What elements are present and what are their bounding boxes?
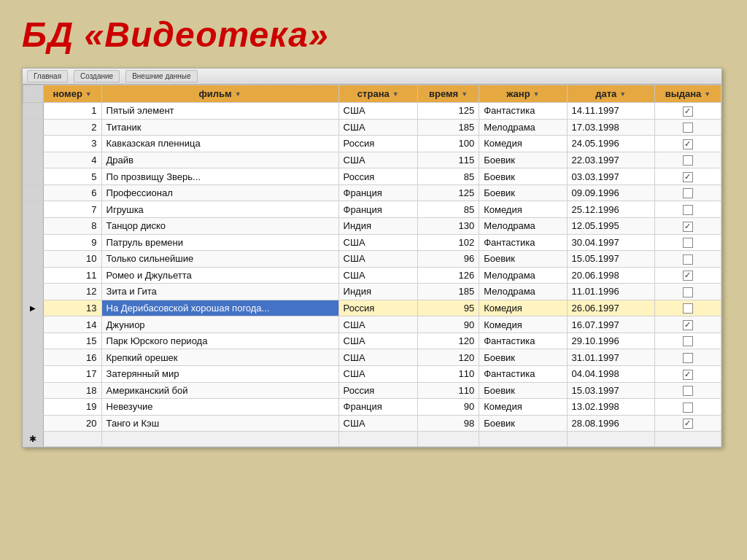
cell-film: Танго и Кэш (101, 415, 338, 432)
cell-issued[interactable] (654, 415, 721, 432)
col-header-genre[interactable]: жанр ▼ (479, 85, 567, 103)
cell-date: 03.03.1997 (567, 168, 654, 185)
cell-num: 6 (43, 184, 101, 201)
cell-issued[interactable] (654, 201, 721, 218)
cell-issued[interactable] (654, 267, 721, 284)
cell-film: Джуниор (101, 316, 338, 333)
table-row[interactable]: 10Только сильнейшиеСША96Боевик15.05.1997 (23, 251, 721, 268)
issued-checkbox[interactable] (683, 320, 693, 330)
table-row[interactable]: 11Ромео и ДжульеттаСША126Мелодрама20.06.… (23, 267, 721, 284)
issued-checkbox[interactable] (683, 139, 693, 149)
table-row[interactable]: 16Крепкий орешекСША120Боевик31.01.1997 (23, 349, 721, 366)
issued-checkbox[interactable] (683, 287, 693, 298)
cell-issued[interactable] (654, 399, 721, 416)
issued-checkbox[interactable] (683, 205, 693, 215)
table-row[interactable]: 9Патруль времениСША102Фантастика30.04.19… (23, 234, 721, 251)
cell-issued[interactable] (654, 284, 721, 300)
cell-genre: Комедия (479, 399, 567, 416)
cell-issued[interactable] (654, 152, 721, 168)
cell-issued[interactable] (654, 136, 721, 152)
cell-film: Титаник (101, 119, 338, 136)
col-header-date[interactable]: дата ▼ (567, 85, 654, 103)
issued-checkbox[interactable] (683, 122, 693, 133)
issued-checkbox[interactable] (683, 222, 693, 232)
table-row[interactable]: 1Пятый элементСША125Фантастика14.11.1997 (23, 103, 721, 120)
issued-checkbox[interactable] (683, 271, 693, 281)
cell-film: Патруль времени (101, 234, 338, 251)
table-row[interactable]: 4ДрайвСША115Боевик22.03.1997 (23, 152, 721, 168)
cell-film: Профессионал (101, 184, 338, 201)
cell-genre: Боевик (479, 152, 567, 168)
table-row[interactable]: 5По прозвищу Зверь...Россия85Боевик03.03… (23, 168, 721, 185)
cell-country: США (338, 332, 417, 349)
cell-issued[interactable] (654, 366, 721, 383)
cell-issued[interactable] (654, 251, 721, 268)
cell-time: 125 (417, 184, 479, 201)
issued-checkbox[interactable] (683, 370, 693, 380)
issued-checkbox[interactable] (683, 353, 693, 363)
issued-checkbox[interactable] (683, 336, 693, 346)
table-row[interactable]: 8Танцор дискоИндия130Мелодрама12.05.1995 (23, 217, 721, 234)
col-header-film[interactable]: фильм ▼ (101, 85, 338, 103)
cell-country: Индия (338, 217, 417, 234)
cell-country: США (338, 119, 417, 136)
cell-issued[interactable] (654, 316, 721, 333)
issued-checkbox[interactable] (683, 402, 693, 413)
col-header-country[interactable]: страна ▼ (338, 85, 417, 103)
cell-issued[interactable] (654, 332, 721, 349)
cell-genre: Фантастика (479, 366, 567, 383)
issued-checkbox[interactable] (683, 172, 693, 182)
cell-date: 17.03.1998 (567, 119, 654, 136)
cell-issued[interactable] (654, 184, 721, 201)
table-row[interactable]: 15Парк Юрского периодаСША120Фантастика29… (23, 332, 721, 349)
cell-film: Невезучие (101, 399, 338, 416)
table-row[interactable]: ▶13На Дерибасовской хорошая погода...Рос… (23, 300, 721, 316)
cell-num: 13 (43, 300, 101, 316)
cell-issued[interactable] (654, 300, 721, 316)
issued-checkbox[interactable] (683, 254, 693, 265)
table-row[interactable]: 18Американский бойРоссия110Боевик15.03.1… (23, 382, 721, 399)
new-record-row[interactable]: ✱ (23, 432, 721, 447)
issued-checkbox[interactable] (683, 188, 693, 198)
table-row[interactable]: 7ИгрушкаФранция85Комедия25.12.1996 (23, 201, 721, 218)
cell-genre: Комедия (479, 316, 567, 333)
cell-date: 29.10.1996 (567, 332, 654, 349)
col-header-time[interactable]: время ▼ (417, 85, 479, 103)
row-indicator-cell (23, 284, 44, 300)
cell-num: 5 (43, 168, 101, 185)
cell-issued[interactable] (654, 119, 721, 136)
table-row[interactable]: 17Затерянный мирСША110Фантастика04.04.19… (23, 366, 721, 383)
issued-checkbox[interactable] (683, 419, 693, 429)
cell-date: 09.09.1996 (567, 184, 654, 201)
cell-time: 110 (417, 382, 479, 399)
issued-checkbox[interactable] (683, 238, 693, 248)
cell-issued[interactable] (654, 103, 721, 120)
row-indicator-cell (23, 136, 44, 152)
cell-country: США (338, 349, 417, 366)
table-row[interactable]: 6ПрофессионалФранция125Боевик09.09.1996 (23, 184, 721, 201)
cell-issued[interactable] (654, 217, 721, 234)
cell-film: Зита и Гита (101, 284, 338, 300)
col-header-num[interactable]: номер ▼ (43, 85, 101, 103)
table-row[interactable]: 20Танго и КэшСША98Боевик28.08.1996 (23, 415, 721, 432)
cell-issued[interactable] (654, 168, 721, 185)
cell-country: США (338, 103, 417, 120)
new-record-cell (567, 432, 654, 447)
table-row[interactable]: 2ТитаникСША185Мелодрама17.03.1998 (23, 119, 721, 136)
table-row[interactable]: 19НевезучиеФранция90Комедия13.02.1998 (23, 399, 721, 416)
col-header-issued[interactable]: выдана ▼ (654, 85, 721, 103)
issued-checkbox[interactable] (683, 303, 693, 314)
issued-checkbox[interactable] (683, 386, 693, 396)
table-row[interactable]: 14ДжуниорСША90Комедия16.07.1997 (23, 316, 721, 333)
table-row[interactable]: 3Кавказская пленницаРоссия100Комедия24.0… (23, 136, 721, 152)
cell-issued[interactable] (654, 349, 721, 366)
cell-issued[interactable] (654, 382, 721, 399)
cell-film: Кавказская пленница (101, 136, 338, 152)
table-row[interactable]: 12Зита и ГитаИндия185Мелодрама11.01.1996 (23, 284, 721, 300)
cell-issued[interactable] (654, 234, 721, 251)
cell-country: США (338, 152, 417, 168)
issued-checkbox[interactable] (683, 155, 693, 166)
sort-arrow-genre: ▼ (533, 90, 540, 98)
issued-checkbox[interactable] (683, 106, 693, 117)
cell-genre: Боевик (479, 349, 567, 366)
